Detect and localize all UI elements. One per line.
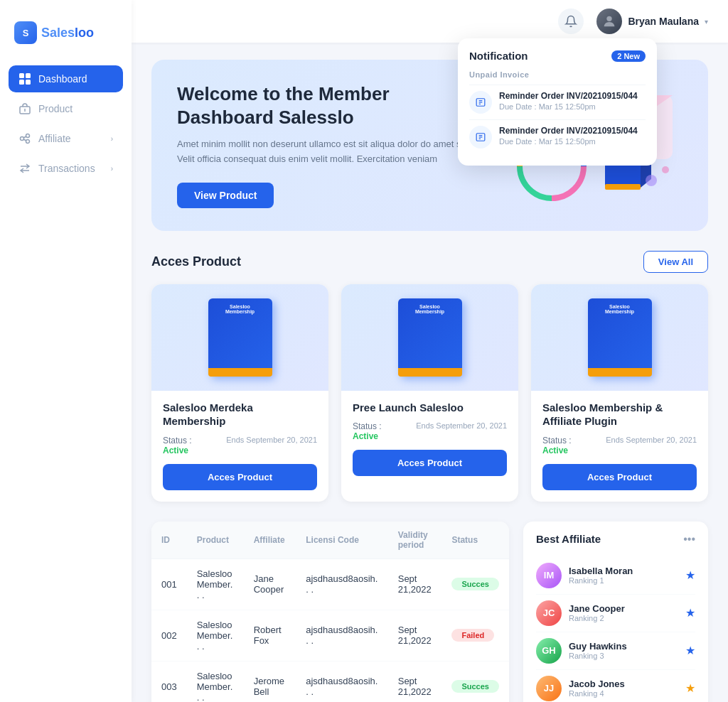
chevron-right-icon: › bbox=[111, 165, 113, 173]
cell-status: Succes bbox=[441, 661, 509, 702]
svg-rect-24 bbox=[605, 184, 641, 190]
sidebar-item-product[interactable]: Product bbox=[9, 95, 123, 122]
affiliate-name: Jacob Jones bbox=[569, 679, 678, 689]
sidebar-item-label: Affiliate bbox=[38, 133, 71, 144]
products-section-title: Acces Product bbox=[151, 254, 241, 269]
col-license: Licensi Code bbox=[296, 522, 388, 559]
col-product: Product bbox=[187, 522, 244, 559]
logo-icon: S bbox=[14, 21, 37, 44]
svg-line-9 bbox=[23, 136, 26, 138]
status-value: Active bbox=[163, 446, 192, 455]
notification-item-text: Reminder Order INV/20210915/044 Due Date… bbox=[499, 126, 638, 146]
transactions-table: ID Product Affiliate Licensi Code Validi… bbox=[151, 522, 509, 702]
avatar: JC bbox=[536, 600, 562, 626]
svg-rect-3 bbox=[26, 80, 31, 85]
product-meta: Status : Active Ends September 20, 2021 bbox=[163, 436, 317, 455]
access-product-button[interactable]: Acces Product bbox=[163, 464, 317, 490]
affiliate-item: JJ Jacob Jones Ranking 4 ★ bbox=[536, 670, 695, 702]
affiliate-more-icon[interactable]: ••• bbox=[683, 533, 695, 546]
svg-point-8 bbox=[26, 140, 30, 144]
cell-id: 003 bbox=[151, 661, 187, 702]
status-value: Active bbox=[353, 431, 382, 441]
sidebar-item-affiliate[interactable]: Affiliate › bbox=[9, 125, 123, 152]
product-box: SaleslooMembership bbox=[398, 298, 462, 377]
logo: S Salesloo bbox=[0, 14, 132, 65]
user-menu[interactable]: Bryan Maulana ▾ bbox=[596, 9, 708, 34]
affiliate-item: GH Guy Hawkins Ranking 3 ★ bbox=[536, 632, 695, 670]
grid-icon bbox=[18, 72, 31, 85]
affiliate-list: IM Isabella Moran Ranking 1 ★ JC Jane Co… bbox=[536, 557, 695, 702]
best-affiliate-card: Best Affiliate ••• IM Isabella Moran Ran… bbox=[523, 522, 708, 702]
chevron-right-icon: › bbox=[111, 135, 113, 143]
box-icon bbox=[18, 102, 31, 115]
product-image: SaleslooMembership bbox=[531, 284, 708, 391]
hero-title: Welcome to the Member Dashboard Salesslo bbox=[177, 82, 476, 129]
hero-subtitle: Amet minim mollit non deserunt ullamco e… bbox=[177, 137, 476, 167]
invoice-icon bbox=[469, 126, 492, 148]
affiliate-item: JC Jane Cooper Ranking 2 ★ bbox=[536, 595, 695, 632]
product-card-body: Salesloo Merdeka Membership Status : Act… bbox=[151, 391, 328, 502]
svg-point-28 bbox=[646, 175, 657, 186]
notification-bell[interactable] bbox=[558, 9, 584, 34]
notification-item-title: Reminder Order INV/20210915/044 bbox=[499, 126, 638, 136]
product-name: Pree Launch Salesloo bbox=[353, 401, 507, 415]
sidebar-item-label: Product bbox=[38, 103, 73, 114]
affiliate-name: Isabella Moran bbox=[569, 566, 678, 576]
svg-rect-2 bbox=[19, 80, 24, 85]
status-value: Active bbox=[542, 446, 572, 455]
sidebar-item-dashboard[interactable]: Dashboard bbox=[9, 65, 123, 92]
table-row: 003 Salesloo Member. . . Jerome Bell ajs… bbox=[151, 661, 509, 702]
svg-line-10 bbox=[23, 139, 26, 141]
sidebar-item-transactions[interactable]: Transactions › bbox=[9, 155, 123, 182]
hero-content: Welcome to the Member Dashboard Salesslo… bbox=[177, 82, 476, 208]
notification-item: Reminder Order INV/20210915/044 Due Date… bbox=[469, 85, 646, 119]
notification-title: Notification bbox=[469, 50, 528, 62]
view-all-button[interactable]: View All bbox=[643, 251, 708, 273]
cell-status: Succes bbox=[441, 558, 509, 610]
products-grid: SaleslooMembership Salesloo Merdeka Memb… bbox=[151, 284, 708, 502]
product-meta: Status : Active Ends September 20, 2021 bbox=[353, 421, 507, 441]
star-icon: ★ bbox=[685, 568, 695, 582]
affiliate-rank: Ranking 1 bbox=[569, 576, 678, 585]
access-product-button[interactable]: Acces Product bbox=[353, 450, 507, 476]
product-card-body: Salesloo Membership & Affiliate Plugin S… bbox=[531, 391, 708, 502]
notification-item-text: Reminder Order INV/20210915/044 Due Date… bbox=[499, 91, 638, 111]
affiliate-rank: Ranking 2 bbox=[569, 614, 678, 622]
affiliate-name: Guy Hawkins bbox=[569, 641, 678, 652]
view-product-button[interactable]: View Product bbox=[177, 183, 274, 208]
cell-validity: Sept 21,2022 bbox=[388, 558, 442, 610]
product-ends: Ends September 20, 2021 bbox=[226, 436, 317, 444]
affiliate-name: Jane Cooper bbox=[569, 603, 678, 614]
topbar: Bryan Maulana ▾ Notification 2 New Unpai… bbox=[132, 0, 728, 43]
product-box: SaleslooMembership bbox=[588, 298, 652, 377]
notification-panel: Notification 2 New Unpaid Invoice Remind… bbox=[458, 38, 657, 166]
star-icon: ★ bbox=[685, 681, 695, 695]
affiliate-title: Best Affiliate bbox=[536, 533, 601, 545]
svg-rect-1 bbox=[26, 73, 31, 78]
bottom-section: ID Product Affiliate Licensi Code Validi… bbox=[151, 522, 708, 702]
cell-id: 001 bbox=[151, 558, 187, 610]
sidebar: S Salesloo Dashboard Product Affiliate › bbox=[0, 0, 132, 702]
access-product-button[interactable]: Acces Product bbox=[542, 464, 697, 490]
status-label: Status : bbox=[353, 421, 382, 431]
product-meta: Status : Active Ends September 20, 2021 bbox=[542, 436, 697, 455]
logo-text: Salesloo bbox=[41, 26, 94, 40]
status-label: Status : bbox=[163, 436, 192, 446]
sidebar-item-label: Transactions bbox=[38, 163, 95, 174]
notification-item-sub: Due Date : Mar 15 12:50pm bbox=[499, 137, 638, 146]
cell-validity: Sept 21,2022 bbox=[388, 661, 442, 702]
product-box: SaleslooMembership bbox=[208, 298, 272, 377]
data-table: ID Product Affiliate Licensi Code Validi… bbox=[151, 522, 509, 702]
notification-item: Reminder Order INV/20210915/044 Due Date… bbox=[469, 119, 646, 154]
avatar: JJ bbox=[536, 676, 562, 701]
affiliate-rank: Ranking 4 bbox=[569, 689, 678, 698]
star-icon: ★ bbox=[685, 644, 695, 657]
affiliate-info: Jane Cooper Ranking 2 bbox=[569, 603, 678, 622]
products-section-header: Acces Product View All bbox=[151, 251, 708, 273]
user-name: Bryan Maulana bbox=[628, 16, 699, 27]
svg-point-11 bbox=[607, 16, 612, 21]
main-area: Bryan Maulana ▾ Notification 2 New Unpai… bbox=[132, 0, 728, 702]
cell-product: Salesloo Member. . . bbox=[187, 558, 244, 610]
notification-item-sub: Due Date : Mar 15 12:50pm bbox=[499, 102, 638, 111]
status-badge: Failed bbox=[451, 629, 494, 642]
